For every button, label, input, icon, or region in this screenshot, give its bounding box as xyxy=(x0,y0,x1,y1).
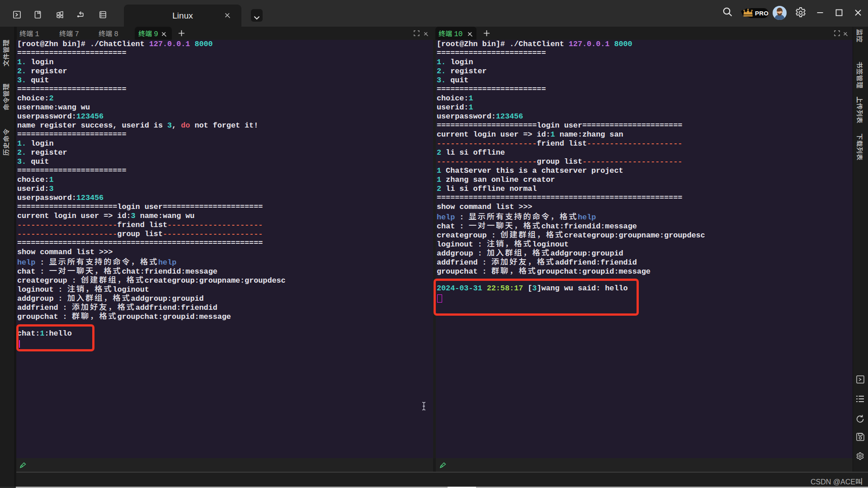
svg-text:PRO: PRO xyxy=(755,10,769,17)
